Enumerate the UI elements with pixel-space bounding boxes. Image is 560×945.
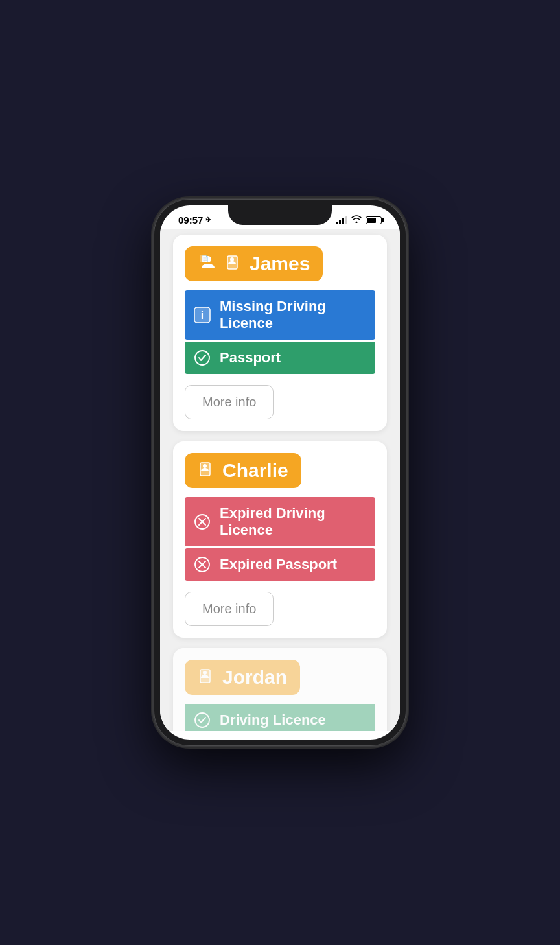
status-icons [336,215,382,225]
jordan-name-badge: Jordan [185,660,300,695]
james-doc-icon [225,255,243,273]
time-display: 09:57 [178,215,203,226]
content-area: 📄 James i Missing Driving Licence [160,229,400,731]
james-more-info-button[interactable]: More info [185,385,274,419]
charlie-doc-icon [198,461,216,480]
james-name-text: James [250,253,310,275]
svg-text:i: i [201,310,204,321]
charlie-name-badge: Charlie [185,453,301,488]
check-circle-icon-jordan [194,712,211,729]
james-person-icon: 📄 [198,253,218,274]
svg-point-8 [203,464,207,468]
notch [228,205,332,225]
signal-bar-2 [339,220,341,224]
svg-point-16 [203,671,207,675]
jordan-name-text: Jordan [222,666,287,688]
wifi-icon [351,215,362,225]
signal-bar-1 [336,222,338,224]
cross-circle-icon-1 [194,513,211,530]
james-passport-label: Passport [220,349,281,366]
james-card: 📄 James i Missing Driving Licence [173,235,387,431]
charlie-passport-label: Expired Passport [220,556,337,573]
james-driving-licence-label: Missing Driving Licence [220,298,366,332]
charlie-driving-licence-label: Expired Driving Licence [220,505,366,539]
cross-circle-icon-2 [194,556,211,573]
charlie-more-info-label: More info [202,601,256,616]
signal-bars-icon [336,216,347,224]
jordan-driving-licence-label: Driving Licence [220,712,326,729]
status-time: 09:57 ✈ [178,215,211,226]
james-more-info-label: More info [202,395,256,409]
svg-text:📄: 📄 [201,255,209,263]
jordan-doc-icon [198,668,216,686]
check-circle-icon [194,349,211,366]
info-circle-icon: i [194,307,211,323]
charlie-card: Charlie Expired Driving Licence [173,441,387,638]
signal-bar-3 [342,218,344,224]
battery-icon [366,216,382,224]
james-name-badge: 📄 James [185,246,323,281]
signal-bar-4 [345,216,347,224]
jordan-driving-licence-item[interactable]: Driving Licence [185,704,375,731]
svg-point-17 [195,713,209,727]
james-driving-licence-item[interactable]: i Missing Driving Licence [185,290,375,340]
svg-point-6 [195,351,209,365]
battery-fill [367,218,376,223]
location-icon: ✈ [205,216,211,224]
jordan-card: Jordan Driving Licence [173,648,387,731]
charlie-name-text: Charlie [222,460,288,482]
james-passport-item[interactable]: Passport [185,342,375,374]
svg-point-3 [230,257,234,261]
charlie-passport-item[interactable]: Expired Passport [185,548,375,581]
charlie-more-info-button[interactable]: More info [185,592,274,626]
charlie-driving-licence-item[interactable]: Expired Driving Licence [185,497,375,546]
screen: 09:57 ✈ [160,205,400,740]
phone-frame: 09:57 ✈ [154,199,406,746]
